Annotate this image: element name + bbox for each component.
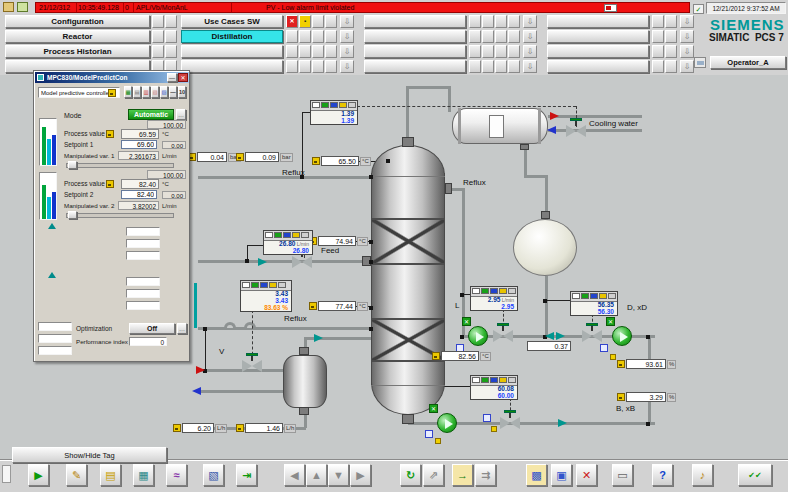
junction-dot [646, 422, 650, 426]
faceplate-view-1-icon[interactable]: ▦ [124, 86, 132, 98]
tag-note-button[interactable]: ▤ [100, 464, 121, 486]
sp2-slider-thumb[interactable] [68, 211, 77, 219]
pv1-label: Process value 1 [64, 130, 110, 137]
measurement-value[interactable]: 6.20 [182, 423, 214, 433]
sump-level-controller[interactable]: 60.0860.00 [470, 375, 518, 400]
flange [541, 211, 550, 219]
acknowledge-all-button[interactable]: ✔✔ [738, 464, 772, 486]
pv1-value[interactable]: 69.59 [121, 129, 159, 139]
optimization-button[interactable]: Off [129, 323, 175, 334]
measurement-unit: L/h [215, 424, 227, 433]
junction-dot [386, 159, 390, 163]
sp1-slider-thumb[interactable] [68, 161, 77, 169]
pipe [648, 402, 651, 423]
mpc-faceplate-dialog[interactable]: MPC830/ModelPredictCon — ✕ Model predict… [33, 70, 190, 362]
controller-value: 83.63 % [241, 304, 291, 311]
valve-body-left [242, 360, 252, 372]
trend-button[interactable]: ≈ [166, 464, 187, 486]
measurement-value[interactable]: 93.61 [626, 359, 666, 369]
faceplate-view-2-icon[interactable]: ▤ [133, 86, 141, 98]
dialog-close-button[interactable]: ✕ [178, 73, 188, 82]
mode-chip-icon [600, 344, 608, 352]
mode-more-button[interactable]: … [176, 109, 186, 120]
valve[interactable] [566, 125, 586, 137]
steam-flow-controller[interactable]: 3.433.4383.63 % [240, 280, 292, 312]
optimization-more-button[interactable]: … [177, 323, 187, 334]
refresh-button[interactable]: ↻ [400, 464, 421, 486]
flow-arrow [545, 332, 554, 340]
feed-flow-controller[interactable]: 26.80 L/min26.80 [263, 230, 313, 255]
dialog-pin-button[interactable]: — [167, 73, 177, 82]
valve-stem [502, 326, 504, 331]
measurement-value[interactable]: 0.37 [527, 341, 571, 351]
marker-icon [48, 272, 56, 278]
measurement-value[interactable]: 1.46 [245, 423, 283, 433]
valve[interactable] [582, 330, 602, 342]
next-picture-button[interactable]: → [452, 464, 473, 486]
reflux-flow-controller[interactable]: 2.95 L/min2.95 [470, 286, 518, 311]
sp2-input[interactable] [121, 190, 157, 199]
mv1-value: 2.361673 [118, 151, 159, 160]
monitor-button[interactable]: ▭ [612, 464, 633, 486]
mode-button[interactable]: Automatic [128, 109, 174, 120]
process-label-reflux: Reflux [282, 168, 305, 177]
signal-line [247, 245, 264, 246]
measurement-value[interactable]: 77.44 [318, 301, 356, 311]
reboiler[interactable] [283, 355, 327, 408]
measurement-value[interactable]: 3.29 [626, 392, 666, 402]
mv2-label: Manipulated var. 2 [64, 202, 115, 209]
faceplate-view-3-icon[interactable]: ▥ [142, 86, 150, 98]
distillate-quality-controller[interactable]: 56.3556.30 [570, 291, 618, 316]
show-hide-tag-button[interactable]: Show/Hide Tag [12, 447, 167, 463]
signal-line [545, 300, 571, 301]
picture-edit-button[interactable]: ▧ [203, 464, 224, 486]
open-window-button[interactable]: ▩ [526, 464, 547, 486]
junction-dot [646, 335, 650, 339]
measurement-wrench-icon [173, 424, 181, 432]
engineering-key-button[interactable]: ✎ [66, 464, 87, 486]
measurement-value[interactable]: 74.94 [318, 236, 356, 246]
nav-up-button[interactable]: ▲ [306, 464, 327, 486]
horn-ack-button[interactable]: ♪ [692, 464, 713, 486]
controller-value: 60.08 [471, 385, 517, 392]
runtime-start-button[interactable]: ▶ [28, 464, 49, 486]
valve[interactable] [493, 330, 513, 342]
measurement-value[interactable]: 82.56 [441, 351, 479, 361]
skip-forward-button[interactable]: ⇉ [475, 464, 496, 486]
nav-forward-button[interactable]: ▶ [350, 464, 371, 486]
valve-body-left [500, 417, 510, 429]
apply-button[interactable]: ⇥ [236, 464, 257, 486]
pipe-teal [194, 283, 197, 328]
nav-back-button[interactable]: ◀ [284, 464, 305, 486]
valve[interactable] [500, 417, 520, 429]
reflux-drum[interactable] [513, 219, 577, 276]
window-forward-button[interactable]: ⇗ [423, 464, 444, 486]
sp1-input[interactable] [121, 140, 157, 149]
valve[interactable] [292, 256, 312, 268]
junction-dot [369, 175, 373, 179]
measurement-value[interactable]: 0.04 [197, 152, 227, 162]
sp2-slider[interactable] [66, 211, 174, 219]
pv1-unit: °C [162, 131, 169, 137]
faceplate-view-10-icon[interactable]: 10 [178, 86, 186, 98]
valve[interactable] [242, 360, 262, 372]
report-button[interactable]: ▦ [133, 464, 154, 486]
pump[interactable] [612, 326, 632, 346]
save-window-button[interactable]: ▣ [551, 464, 572, 486]
dialog-titlebar[interactable]: MPC830/ModelPredictCon — ✕ [35, 72, 189, 83]
pump[interactable] [468, 326, 488, 346]
pump[interactable] [437, 413, 457, 433]
nav-down-button[interactable]: ▼ [328, 464, 349, 486]
help-button[interactable]: ? [652, 464, 673, 486]
measurement-value[interactable]: 0.09 [245, 152, 279, 162]
faceplate-view-5-icon[interactable]: ▧ [160, 86, 168, 98]
faceplate-view-4-icon[interactable]: ▨ [151, 86, 159, 98]
faceplate-minimize-icon[interactable]: — [169, 86, 177, 98]
pv2-value[interactable]: 82.40 [121, 179, 159, 189]
sp1-slider[interactable] [66, 161, 174, 169]
controller-value: 3.43 [241, 290, 291, 297]
measurement-value[interactable]: 65.50 [321, 156, 359, 166]
valve-actuator [504, 410, 516, 413]
delete-window-button[interactable]: ✕ [576, 464, 597, 486]
pressure-controller[interactable]: 1.391.39 [310, 100, 358, 125]
